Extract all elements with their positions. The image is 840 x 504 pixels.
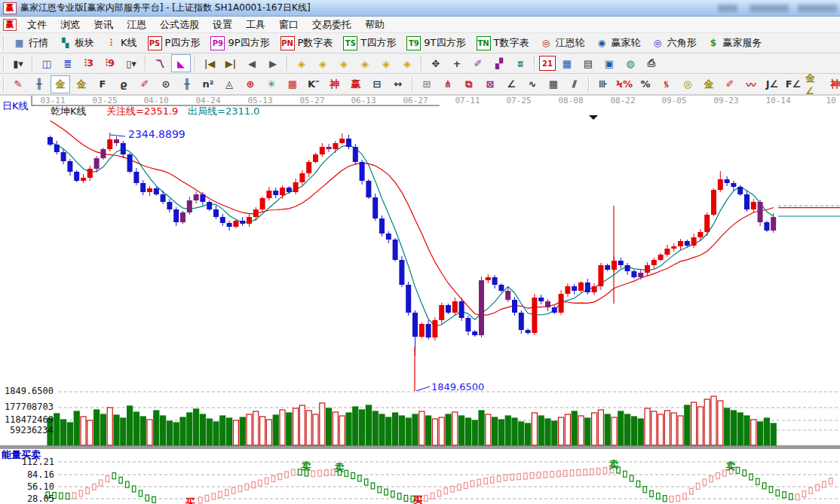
toolbar-button-9p-square[interactable]: P99P四方形: [205, 36, 274, 50]
trend-pattern-icon[interactable]: ◫: [37, 54, 57, 72]
box-square-icon[interactable]: ⊞: [417, 75, 437, 93]
quote-doc-icon[interactable]: ≣: [58, 54, 78, 72]
wave-gold-icon[interactable]: 〰: [741, 75, 761, 93]
toolbar-button-p-number-table[interactable]: PNP数字表: [275, 36, 339, 50]
zigzag-icon[interactable]: ∿: [523, 75, 542, 93]
bars-3-icon[interactable]: ⫶3: [79, 54, 99, 72]
export-print-icon[interactable]: ⎙: [642, 54, 661, 72]
gann-clock-icon[interactable]: ⊙: [156, 75, 176, 93]
menu-app-icon: 赢: [3, 19, 17, 31]
ying-tool-icon[interactable]: 赢: [346, 75, 366, 93]
gold-angle-icon[interactable]: 金∠: [805, 75, 824, 93]
pen-3-icon[interactable]: ✐: [720, 75, 740, 93]
color-volume-chart-icon[interactable]: ◣: [171, 54, 191, 72]
toolbar-button-quotes[interactable]: ▦行情: [8, 36, 54, 50]
spiral-icon[interactable]: ϱ: [114, 75, 133, 93]
draw-pen-icon[interactable]: ✎: [8, 75, 28, 93]
watch-line-value: 关注线=2351.9: [106, 105, 178, 118]
hist-bars-icon[interactable]: ⊪: [593, 75, 613, 93]
toolbar-button-hexagon[interactable]: ◎六角形: [645, 36, 701, 50]
diamond-all-icon[interactable]: ◈: [397, 54, 417, 72]
h-measure-icon[interactable]: ↔: [388, 75, 408, 93]
f-tool-icon[interactable]: F: [93, 75, 112, 93]
pen-2-icon[interactable]: ✐: [135, 75, 155, 93]
nav-first-icon[interactable]: |◀: [200, 54, 219, 72]
menu-item-3[interactable]: 江恩: [120, 18, 153, 32]
toolbar-button-t-square[interactable]: TST四方形: [338, 36, 401, 50]
toolbar-button-winner-wheel[interactable]: ◉赢家轮: [590, 36, 645, 50]
gold-circle-icon[interactable]: ◎: [678, 75, 697, 93]
toolbar-button-p-square[interactable]: PSP四方形: [143, 36, 206, 50]
gann-fan-icon[interactable]: ⋔: [438, 75, 458, 93]
angle-box-icon[interactable]: ⧉: [459, 75, 479, 93]
nav-next-icon[interactable]: ▶: [263, 54, 283, 72]
n-square-icon[interactable]: n²: [198, 75, 218, 93]
gann-block-icon[interactable]: ▞: [489, 54, 509, 72]
shen-tool-icon[interactable]: 神: [325, 75, 345, 93]
gold-box-2-icon[interactable]: 金: [72, 75, 91, 93]
menu-item-7[interactable]: 窗口: [272, 18, 305, 32]
diamond-horizontal-icon[interactable]: ◈: [334, 54, 354, 72]
diamond-right-icon[interactable]: ◈: [313, 54, 333, 72]
toolbar-separator: [3, 35, 5, 50]
parallel-lines-icon[interactable]: ⫽: [565, 75, 584, 93]
shen-angle-icon[interactable]: 神: [826, 75, 840, 93]
purple-pattern-icon[interactable]: 〽: [150, 54, 170, 72]
nav-prev-icon[interactable]: ◀: [242, 54, 262, 72]
app-window: 赢 赢家江恩专业版[赢家内部服务平台] - [上证指数 SH1A0001-167…: [0, 0, 840, 504]
cross-box-icon[interactable]: ⊠: [480, 75, 500, 93]
j-angle-icon[interactable]: J∠: [762, 75, 782, 93]
candle-type-dropdown-icon[interactable]: ▯▾: [121, 54, 141, 72]
gold-box-1-icon[interactable]: 金: [51, 75, 70, 93]
kline-style-dropdown-icon[interactable]: ▮▾: [8, 54, 28, 72]
ruler-123-icon[interactable]: ⊟: [367, 75, 387, 93]
menu-item-2[interactable]: 资讯: [87, 18, 120, 32]
calendar-21-icon[interactable]: 21: [539, 56, 556, 71]
diamond-left-icon[interactable]: ◈: [292, 54, 311, 72]
bars-9-icon[interactable]: ⫶9: [100, 54, 120, 72]
toolbar-button-winner-service[interactable]: $赢家服务: [701, 36, 767, 50]
hand-drag-icon[interactable]: ✥: [426, 54, 446, 72]
save-disk-icon[interactable]: ▣: [599, 54, 619, 72]
tri-flag-icon[interactable]: ◬: [219, 75, 239, 93]
diamond-cross-icon[interactable]: ◈: [355, 54, 375, 72]
time-comb-icon[interactable]: ╫: [29, 75, 49, 93]
toolbar-button-gann-wheel[interactable]: ◎江恩轮: [534, 36, 590, 50]
menu-item-1[interactable]: 浏览: [54, 18, 87, 32]
toolbar-button-9t-square[interactable]: T99T四方形: [401, 36, 471, 50]
diamond-star-icon[interactable]: ◈: [376, 54, 396, 72]
menu-item-8[interactable]: 交易委托: [305, 18, 358, 32]
t-square-icon: TS: [343, 36, 357, 50]
save-web-icon[interactable]: ◍: [621, 54, 640, 72]
target-cross-icon[interactable]: ⊕: [241, 75, 260, 93]
toolbar-button-t-number-table[interactable]: TNT数字表: [471, 36, 535, 50]
grid-target-icon[interactable]: ▦: [283, 75, 302, 93]
percent-icon[interactable]: %: [636, 75, 655, 93]
menu-item-4[interactable]: 公式选股: [153, 18, 206, 32]
menu-item-9[interactable]: 帮助: [358, 18, 391, 32]
notepad-icon[interactable]: ▤: [578, 54, 598, 72]
grid-black-icon[interactable]: ▦: [544, 75, 563, 93]
angle-line-icon[interactable]: ∠: [501, 75, 521, 93]
toolbar-button-sectors[interactable]: ▚板块: [54, 36, 100, 50]
angle-pen-icon[interactable]: ✐: [468, 54, 488, 72]
menu-item-0[interactable]: 文件: [20, 18, 54, 32]
gann-wheel-label: 江恩轮: [555, 36, 584, 50]
menu-item-6[interactable]: 工具: [239, 18, 272, 32]
k-mark-icon[interactable]: K″: [304, 75, 323, 93]
low-price-annotation: 1849.6500: [431, 381, 484, 393]
toolbar-button-kline[interactable]: ⫶K线: [100, 36, 143, 50]
calculator-icon[interactable]: ▦: [557, 54, 577, 72]
volume-axis-label-1: 177708703: [5, 402, 54, 412]
comb-2-icon[interactable]: ╫: [177, 75, 197, 93]
star-rays-icon[interactable]: ✳: [262, 75, 281, 93]
pct-wave-icon[interactable]: Ϟ%: [615, 75, 634, 93]
percent-line-icon[interactable]: ﹪: [657, 75, 676, 93]
f-angle-icon[interactable]: F∠: [783, 75, 803, 93]
gold-line-icon[interactable]: 金: [699, 75, 719, 93]
kline-chart-canvas[interactable]: [0, 95, 840, 504]
nav-last-icon[interactable]: ▶|: [221, 54, 241, 72]
crosshair-icon[interactable]: +: [447, 54, 467, 72]
menu-item-5[interactable]: 设置: [206, 18, 239, 32]
brain-tool-icon[interactable]: ʬ: [510, 54, 530, 72]
